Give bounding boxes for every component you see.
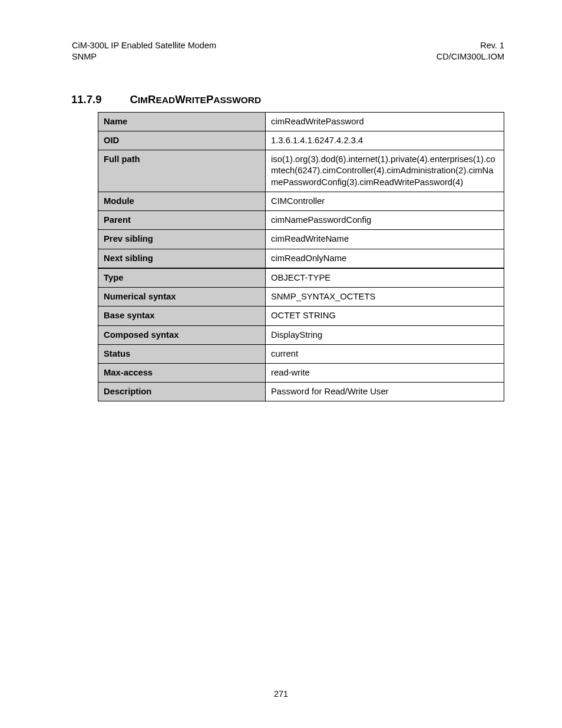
- attribute-table: NamecimReadWritePasswordOID1.3.6.1.4.1.6…: [98, 112, 504, 402]
- row-label: OID: [98, 131, 266, 150]
- table-row: Composed syntaxDisplayString: [98, 325, 504, 344]
- row-label: Description: [98, 383, 266, 401]
- table-row: ParentcimNamePasswordConfig: [98, 211, 504, 230]
- row-value: cimNamePasswordConfig: [266, 211, 504, 230]
- table-row: ModuleCIMController: [98, 192, 504, 210]
- table-row: DescriptionPassword for Read/Write User: [98, 383, 504, 401]
- section-title: CIMREADWRITEPASSWORD: [130, 93, 261, 106]
- row-label: Numerical syntax: [98, 288, 266, 307]
- table-row: Next siblingcimReadOnlyName: [98, 249, 504, 268]
- row-label: Prev sibling: [98, 230, 266, 249]
- row-value: read-write: [266, 363, 504, 382]
- header-left-line1: CiM-300L IP Enabled Satellite Modem: [72, 40, 216, 51]
- header-left-line2: SNMP: [72, 51, 216, 62]
- row-value: SNMP_SYNTAX_OCTETS: [266, 288, 504, 307]
- page-number: 271: [0, 689, 562, 699]
- row-label: Base syntax: [98, 307, 266, 325]
- page-header: CiM-300L IP Enabled Satellite Modem SNMP…: [72, 40, 504, 62]
- row-label: Full path: [98, 150, 266, 192]
- row-value: cimReadWriteName: [266, 230, 504, 249]
- row-label: Module: [98, 192, 266, 210]
- header-right-line1: Rev. 1: [437, 40, 504, 51]
- row-value: Password for Read/Write User: [266, 383, 504, 401]
- row-label: Parent: [98, 211, 266, 230]
- row-value: CIMController: [266, 192, 504, 210]
- row-value: iso(1).org(3).dod(6).internet(1).private…: [266, 150, 504, 192]
- row-value: cimReadWritePassword: [266, 112, 504, 131]
- table-row: TypeOBJECT-TYPE: [98, 268, 504, 288]
- table-row: OID1.3.6.1.4.1.6247.4.2.3.4: [98, 131, 504, 150]
- row-label: Status: [98, 344, 266, 363]
- table-row: Prev siblingcimReadWriteName: [98, 230, 504, 249]
- row-value: 1.3.6.1.4.1.6247.4.2.3.4: [266, 131, 504, 150]
- row-value: DisplayString: [266, 325, 504, 344]
- section-heading: 11.7.9CIMREADWRITEPASSWORD: [71, 93, 504, 106]
- attribute-table-body: NamecimReadWritePasswordOID1.3.6.1.4.1.6…: [98, 112, 504, 401]
- row-value: OBJECT-TYPE: [266, 268, 504, 288]
- table-row: Full pathiso(1).org(3).dod(6).internet(1…: [98, 150, 504, 192]
- row-value: OCTET STRING: [266, 307, 504, 325]
- table-row: Numerical syntaxSNMP_SYNTAX_OCTETS: [98, 288, 504, 307]
- header-right-line2: CD/CIM300L.IOM: [437, 51, 504, 62]
- table-row: NamecimReadWritePassword: [98, 112, 504, 131]
- row-value: cimReadOnlyName: [266, 249, 504, 268]
- row-label: Composed syntax: [98, 325, 266, 344]
- row-label: Next sibling: [98, 249, 266, 268]
- row-label: Name: [98, 112, 266, 131]
- section-number: 11.7.9: [71, 93, 101, 106]
- row-label: Max-access: [98, 363, 266, 382]
- row-label: Type: [98, 268, 266, 288]
- table-row: Max-accessread-write: [98, 363, 504, 382]
- table-row: Base syntaxOCTET STRING: [98, 307, 504, 325]
- table-row: Statuscurrent: [98, 344, 504, 363]
- row-value: current: [266, 344, 504, 363]
